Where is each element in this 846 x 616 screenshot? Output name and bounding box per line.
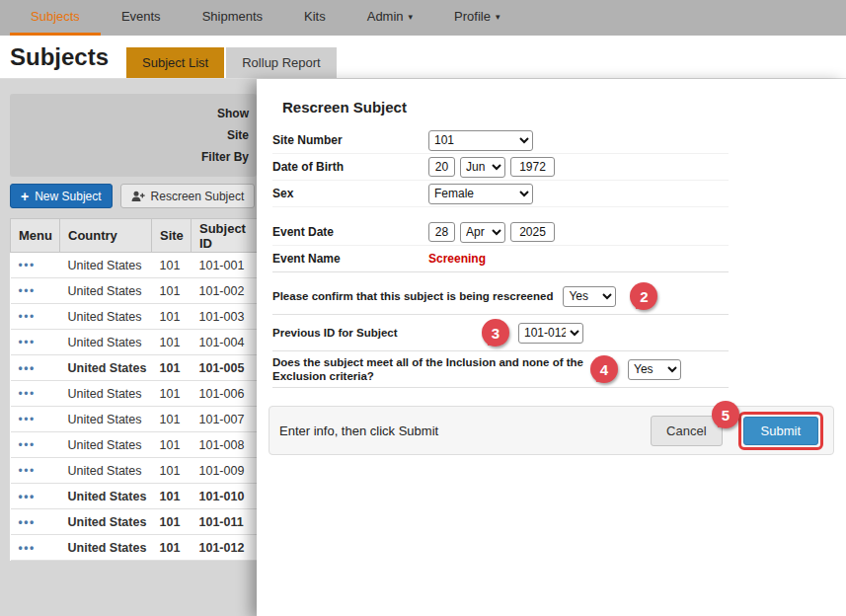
field-confirm-rescreen: Please confirm that this subject is bein… — [272, 278, 729, 315]
row-menu-icon[interactable]: ••• — [19, 259, 36, 272]
cell-site: 101 — [152, 278, 192, 304]
cell-site: 101 — [152, 355, 192, 381]
row-menu-icon[interactable]: ••• — [19, 515, 36, 529]
row-menu-icon[interactable]: ••• — [19, 336, 36, 349]
tab-subject-list[interactable]: Subject List — [126, 47, 224, 78]
nav-item-profile[interactable]: Profile ▾ — [433, 0, 520, 36]
previous-id-label: Previous ID for Subject — [272, 326, 482, 340]
table-row[interactable]: ••• United States 101 101-006 — [11, 381, 258, 407]
col-header-menu[interactable]: Menu — [11, 219, 60, 253]
nav-item-events[interactable]: Events — [101, 0, 182, 36]
table-row[interactable]: ••• United States 101 101-002 — [11, 278, 258, 304]
sex-select[interactable]: Female — [428, 184, 533, 204]
dob-day-input[interactable] — [428, 157, 455, 177]
row-menu-icon[interactable]: ••• — [19, 490, 36, 503]
nav-item-label: Shipments — [202, 9, 263, 24]
cell-site: 101 — [152, 253, 192, 278]
event-date-year-input[interactable] — [510, 222, 555, 242]
cell-site: 101 — [152, 304, 192, 330]
row-menu-icon[interactable]: ••• — [19, 310, 36, 324]
event-date-month-select[interactable]: Apr — [460, 222, 505, 243]
cell-country: United States — [60, 381, 152, 407]
nav-item-label: Kits — [304, 9, 326, 24]
cell-subject-id: 101-009 — [192, 458, 258, 484]
table-row[interactable]: ••• United States 101 101-008 — [11, 432, 258, 458]
modal-footer: Enter info, then click Submit Cancel Sub… — [269, 406, 834, 455]
table-row[interactable]: ••• United States 101 101-003 — [11, 304, 258, 330]
caret-down-icon: ▾ — [496, 12, 500, 22]
field-sex: Sex Female — [272, 181, 729, 207]
nav-item-shipments[interactable]: Shipments — [182, 0, 283, 36]
cell-country: United States — [60, 253, 152, 278]
rescreen-form: Site Number 101 Date of Birth Jun Sex Fe… — [272, 127, 729, 388]
person-plus-icon — [131, 191, 145, 202]
col-header-subject-id[interactable]: Subject ID — [192, 219, 258, 253]
question-section: Please confirm that this subject is bein… — [272, 278, 729, 388]
cell-site: 101 — [152, 330, 192, 355]
cell-site: 101 — [152, 432, 192, 458]
nav-item-admin[interactable]: Admin ▾ — [346, 0, 433, 36]
cell-site: 101 — [152, 535, 192, 561]
cell-country: United States — [60, 535, 152, 561]
row-menu-icon[interactable]: ••• — [19, 413, 36, 426]
rescreen-modal: Rescreen Subject Site Number 101 Date of… — [257, 79, 846, 616]
confirm-rescreen-select[interactable]: Yes — [563, 286, 616, 307]
row-menu-icon[interactable]: ••• — [19, 464, 36, 478]
event-date-day-input[interactable] — [428, 222, 455, 242]
table-row[interactable]: ••• United States 101 101-011 — [11, 509, 258, 535]
filter-label-filter-by: Filter By — [10, 146, 249, 168]
table-row[interactable]: ••• United States 101 101-005 — [11, 355, 258, 381]
rescreen-subject-label: Rescreen Subject — [151, 190, 245, 203]
table-row[interactable]: ••• United States 101 101-004 — [11, 330, 258, 355]
field-inclusion-criteria: Does the subject meet all of the Inclusi… — [272, 351, 729, 388]
dob-year-input[interactable] — [510, 157, 555, 177]
cell-subject-id: 101-007 — [192, 407, 258, 432]
page-title: Subjects — [10, 43, 109, 71]
row-menu-icon[interactable]: ••• — [19, 541, 36, 555]
filter-panel: Show Site Filter By — [10, 94, 257, 177]
submit-highlight-box: Submit — [738, 412, 823, 450]
col-header-site[interactable]: Site — [152, 219, 192, 253]
cell-subject-id: 101-011 — [192, 509, 258, 535]
row-menu-icon[interactable]: ••• — [19, 361, 36, 375]
row-menu-icon[interactable]: ••• — [19, 387, 36, 401]
site-number-label: Site Number — [272, 133, 428, 147]
cell-subject-id: 101-012 — [192, 535, 258, 561]
nav-item-kits[interactable]: Kits — [283, 0, 346, 36]
row-menu-icon[interactable]: ••• — [19, 284, 36, 298]
cell-subject-id: 101-005 — [192, 355, 258, 381]
dob-month-select[interactable]: Jun — [460, 157, 505, 178]
new-subject-button[interactable]: + New Subject — [10, 184, 113, 208]
table-row[interactable]: ••• United States 101 101-012 — [11, 535, 258, 561]
field-site-number: Site Number 101 — [272, 127, 729, 154]
submit-button[interactable]: Submit — [743, 417, 818, 445]
sex-label: Sex — [272, 187, 428, 200]
rescreen-subject-button[interactable]: Rescreen Subject — [120, 184, 256, 208]
col-header-country[interactable]: Country — [60, 219, 152, 253]
tab-rollup-report[interactable]: Rollup Report — [226, 47, 337, 78]
previous-id-select[interactable]: 101-012 — [518, 323, 583, 344]
field-date-of-birth: Date of Birth Jun — [272, 154, 729, 181]
cell-site: 101 — [152, 407, 192, 432]
nav-item-subjects[interactable]: Subjects — [10, 0, 101, 36]
cell-country: United States — [60, 432, 152, 458]
new-subject-label: New Subject — [35, 190, 101, 203]
inclusion-select[interactable]: Yes — [628, 359, 681, 380]
table-row[interactable]: ••• United States 101 101-009 — [11, 458, 258, 484]
cell-site: 101 — [152, 509, 192, 535]
table-row[interactable]: ••• United States 101 101-001 — [11, 253, 258, 278]
plus-icon: + — [21, 189, 29, 204]
page-header: Subjects Subject List Rollup Report — [0, 36, 846, 79]
subject-table: Menu Country Site Subject ID ••• United … — [10, 218, 258, 561]
site-number-select[interactable]: 101 — [428, 130, 533, 151]
event-name-value: Screening — [428, 252, 486, 266]
confirm-rescreen-label: Please confirm that this subject is bein… — [272, 289, 553, 303]
step-callout-4: 4 — [590, 355, 618, 383]
table-row[interactable]: ••• United States 101 101-010 — [11, 484, 258, 509]
cell-country: United States — [60, 330, 152, 355]
cell-subject-id: 101-003 — [192, 304, 258, 330]
step-callout-3: 3 — [482, 319, 509, 346]
table-row[interactable]: ••• United States 101 101-007 — [11, 407, 258, 432]
cell-country: United States — [60, 407, 152, 432]
row-menu-icon[interactable]: ••• — [19, 438, 36, 452]
